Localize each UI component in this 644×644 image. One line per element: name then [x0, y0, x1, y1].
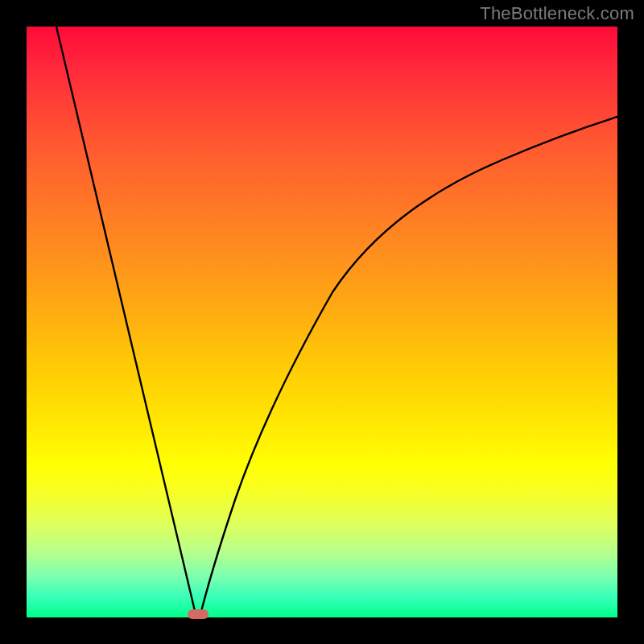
curve-left-branch — [56, 27, 196, 614]
plot-area — [27, 27, 617, 617]
chart-frame: TheBottleneck.com — [0, 0, 644, 644]
bottleneck-curve — [27, 27, 617, 617]
watermark-text: TheBottleneck.com — [480, 3, 634, 24]
curve-right-branch — [200, 117, 617, 614]
bottleneck-marker — [188, 609, 208, 619]
